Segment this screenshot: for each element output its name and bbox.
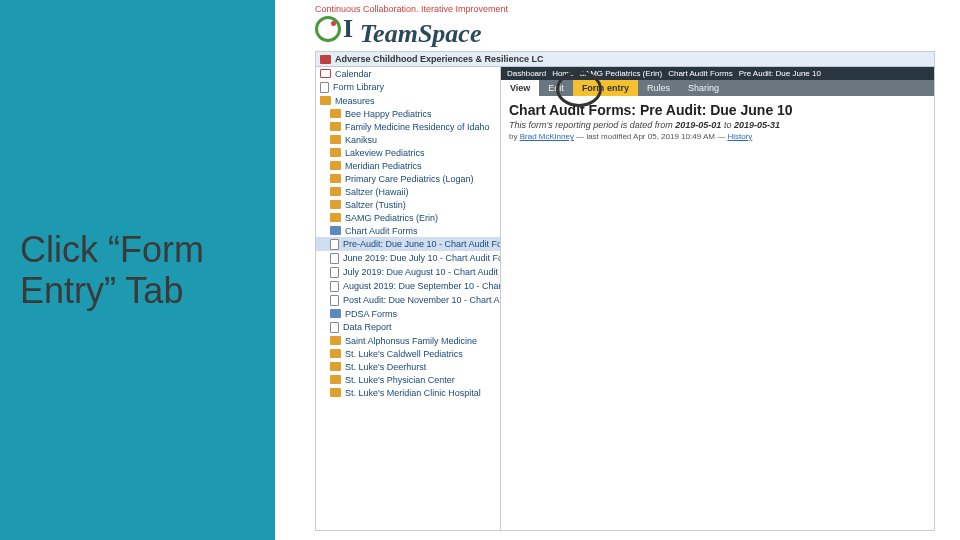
history-link[interactable]: History xyxy=(727,132,752,141)
doc-icon xyxy=(330,239,339,250)
doc-icon xyxy=(320,82,329,93)
author-link[interactable]: Brad McKinney xyxy=(520,132,574,141)
crumb[interactable]: Chart Audit Forms xyxy=(668,69,732,78)
breadcrumb: DashboardHomeSAMG Pediatrics (Erin)Chart… xyxy=(501,67,934,80)
folder-icon xyxy=(330,122,341,131)
shield-icon xyxy=(320,55,331,64)
logo-circle-icon xyxy=(315,16,341,42)
tab-form-entry[interactable]: Form entry xyxy=(573,80,638,96)
sidebar-item-label: Calendar xyxy=(335,69,372,79)
crumb[interactable]: SAMG Pediatrics (Erin) xyxy=(579,69,662,78)
sidebar-item[interactable]: Kaniksu xyxy=(316,133,500,146)
sidebar-item-label: SAMG Pediatrics (Erin) xyxy=(345,213,438,223)
sidebar-item-label: Saint Alphonsus Family Medicine xyxy=(345,336,477,346)
sidebar-item-label: Bee Happy Pediatrics xyxy=(345,109,432,119)
folder-icon xyxy=(320,96,331,105)
sidebar-item-label: June 2019: Due July 10 - Chart Audit For… xyxy=(343,253,501,263)
sidebar-item[interactable]: St. Luke's Caldwell Pediatrics xyxy=(316,347,500,360)
sidebar-item-label: St. Luke's Physician Center xyxy=(345,375,455,385)
doc-icon xyxy=(330,281,339,292)
sidebar-item[interactable]: Saltzer (Hawaii) xyxy=(316,185,500,198)
sidebar-item[interactable]: Pre-Audit: Due June 10 - Chart Audit For… xyxy=(316,237,500,251)
sidebar-item-label: Meridian Pediatrics xyxy=(345,161,422,171)
blue-icon xyxy=(330,226,341,235)
crumb[interactable]: Pre Audit: Due June 10 xyxy=(739,69,821,78)
sidebar-item-label: Chart Audit Forms xyxy=(345,226,418,236)
tab-bar: ViewEditForm entryRulesSharing xyxy=(501,80,934,96)
sidebar-item-label: St. Luke's Caldwell Pediatrics xyxy=(345,349,463,359)
sidebar-item[interactable]: PDSA Forms xyxy=(316,307,500,320)
sidebar-item-label: St. Luke's Deerhurst xyxy=(345,362,426,372)
page-title: Chart Audit Forms: Pre Audit: Due June 1… xyxy=(501,96,934,120)
sidebar-item-label: Saltzer (Hawaii) xyxy=(345,187,409,197)
sidebar-item[interactable]: July 2019: Due August 10 - Chart Audit F… xyxy=(316,265,500,279)
sidebar-item[interactable]: Lakeview Pediatrics xyxy=(316,146,500,159)
folder-icon xyxy=(330,161,341,170)
tab-sharing[interactable]: Sharing xyxy=(679,80,728,96)
main-pane: DashboardHomeSAMG Pediatrics (Erin)Chart… xyxy=(501,67,934,530)
sidebar-item[interactable]: Form Library xyxy=(316,80,500,94)
doc-icon xyxy=(330,253,339,264)
sidebar-item[interactable]: St. Luke's Deerhurst xyxy=(316,360,500,373)
sidebar-item-label: Kaniksu xyxy=(345,135,377,145)
doc-icon xyxy=(330,295,339,306)
sidebar-item-label: August 2019: Due September 10 - Chart Au… xyxy=(343,281,501,291)
crumb[interactable]: Dashboard xyxy=(507,69,546,78)
folder-icon xyxy=(330,213,341,222)
cal-icon xyxy=(320,69,331,78)
sidebar-item[interactable]: St. Luke's Meridian Clinic Hospital xyxy=(316,386,500,399)
sidebar-item-label: St. Luke's Meridian Clinic Hospital xyxy=(345,388,481,398)
sidebar-item[interactable]: Post Audit: Due November 10 - Chart Audi… xyxy=(316,293,500,307)
doc-meta: by Brad McKinney — last modified Apr 05,… xyxy=(501,130,934,143)
screenshot-area: Continuous Collaboration. Iterative Impr… xyxy=(275,0,960,540)
sidebar: CalendarForm LibraryMeasuresBee Happy Pe… xyxy=(316,67,501,530)
logo-brand: I TeamSpace xyxy=(315,14,960,49)
sidebar-item[interactable]: Saltzer (Tustin) xyxy=(316,198,500,211)
folder-icon xyxy=(330,148,341,157)
sidebar-item[interactable]: Bee Happy Pediatrics xyxy=(316,107,500,120)
folder-icon xyxy=(330,375,341,384)
sidebar-item-label: Family Medicine Residency of Idaho xyxy=(345,122,490,132)
folder-icon xyxy=(330,336,341,345)
folder-icon xyxy=(330,109,341,118)
logo-tagline: Continuous Collaboration. Iterative Impr… xyxy=(315,4,960,14)
sidebar-item[interactable]: Family Medicine Residency of Idaho xyxy=(316,120,500,133)
sidebar-item[interactable]: St. Luke's Physician Center xyxy=(316,373,500,386)
blue-icon xyxy=(330,309,341,318)
reporting-period: This form's reporting period is dated fr… xyxy=(501,120,934,130)
sidebar-item[interactable]: Data Report xyxy=(316,320,500,334)
sidebar-item-label: Pre-Audit: Due June 10 - Chart Audit For… xyxy=(343,239,501,249)
sidebar-item-label: July 2019: Due August 10 - Chart Audit F… xyxy=(343,267,501,277)
sidebar-item[interactable]: Measures xyxy=(316,94,500,107)
sidebar-item[interactable]: SAMG Pediatrics (Erin) xyxy=(316,211,500,224)
folder-icon xyxy=(330,174,341,183)
sidebar-item-label: Lakeview Pediatrics xyxy=(345,148,425,158)
folder-icon xyxy=(330,388,341,397)
sidebar-item-label: Data Report xyxy=(343,322,392,332)
sidebar-item[interactable]: Primary Care Pediatrics (Logan) xyxy=(316,172,500,185)
folder-icon xyxy=(330,200,341,209)
instruction-text: Click “Form Entry” Tab xyxy=(20,229,255,312)
folder-icon xyxy=(330,135,341,144)
sidebar-item[interactable]: Calendar xyxy=(316,67,500,80)
sidebar-item[interactable]: August 2019: Due September 10 - Chart Au… xyxy=(316,279,500,293)
sidebar-item-label: PDSA Forms xyxy=(345,309,397,319)
sidebar-item[interactable]: Chart Audit Forms xyxy=(316,224,500,237)
sidebar-item-label: Measures xyxy=(335,96,375,106)
folder-icon xyxy=(330,349,341,358)
sidebar-item[interactable]: June 2019: Due July 10 - Chart Audit For… xyxy=(316,251,500,265)
window-header: Adverse Childhood Experiences & Resilien… xyxy=(316,52,934,67)
tab-edit[interactable]: Edit xyxy=(539,80,573,96)
sidebar-item-label: Primary Care Pediatrics (Logan) xyxy=(345,174,474,184)
doc-icon xyxy=(330,267,339,278)
sidebar-item[interactable]: Saint Alphonsus Family Medicine xyxy=(316,334,500,347)
tab-rules[interactable]: Rules xyxy=(638,80,679,96)
sidebar-item-label: Form Library xyxy=(333,82,384,92)
instruction-panel: Click “Form Entry” Tab xyxy=(0,0,275,540)
folder-icon xyxy=(330,362,341,371)
crumb[interactable]: Home xyxy=(552,69,573,78)
sidebar-item[interactable]: Meridian Pediatrics xyxy=(316,159,500,172)
tab-view[interactable]: View xyxy=(501,80,539,96)
app-window: Adverse Childhood Experiences & Resilien… xyxy=(315,51,935,531)
sidebar-item-label: Saltzer (Tustin) xyxy=(345,200,406,210)
